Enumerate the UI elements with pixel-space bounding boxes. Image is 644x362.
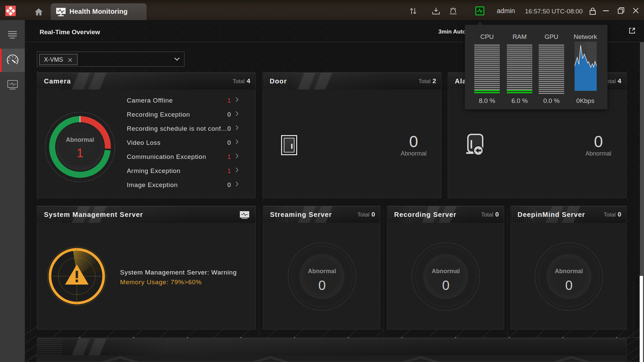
svg-text:Abnormal: Abnormal: [66, 136, 94, 143]
svg-text:1: 1: [76, 146, 83, 160]
